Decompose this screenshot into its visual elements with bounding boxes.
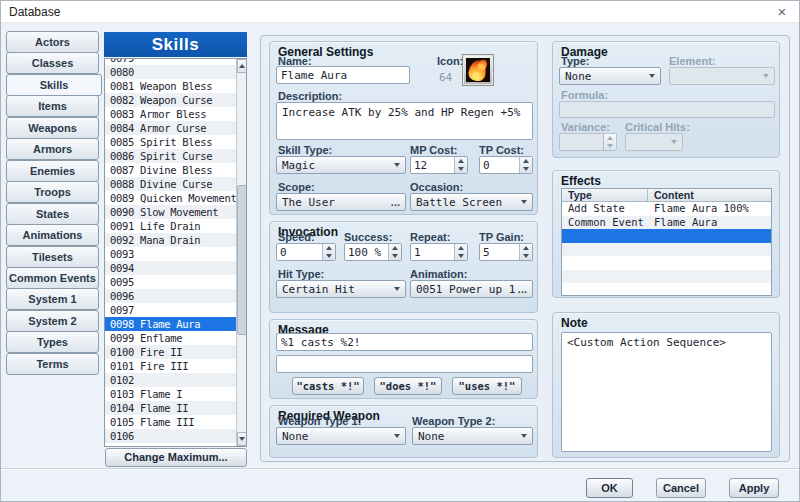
message-line2-input[interactable] — [276, 355, 533, 373]
tab-enemies[interactable]: Enemies — [6, 160, 99, 182]
list-item[interactable]: 0081 Weapon Bless — [105, 79, 236, 93]
scroll-up-button[interactable] — [237, 59, 247, 73]
effects-row[interactable] — [562, 270, 771, 284]
list-item[interactable]: 0107 — [105, 443, 236, 447]
list-item[interactable]: 0090 Slow Movement — [105, 205, 236, 219]
spinner-up-icon[interactable] — [323, 244, 335, 252]
damage-type-dropdown[interactable]: None — [559, 67, 661, 85]
tab-terms[interactable]: Terms — [6, 353, 99, 375]
list-item[interactable]: 0085 Spirit Bless — [105, 135, 236, 149]
icon-picker[interactable] — [462, 54, 494, 86]
list-item[interactable]: 0106 — [105, 429, 236, 443]
list-item[interactable]: 0087 Divine Bless — [105, 163, 236, 177]
hit-type-dropdown[interactable]: Certain Hit — [276, 280, 406, 298]
tab-system-2[interactable]: System 2 — [6, 310, 99, 332]
spinner-down-icon[interactable] — [389, 252, 401, 260]
list-item[interactable]: 0083 Armor Bless — [105, 107, 236, 121]
list-item[interactable]: 0088 Divine Curse — [105, 177, 236, 191]
tab-skills[interactable]: Skills — [6, 74, 102, 96]
list-item[interactable]: 0084 Armor Curse — [105, 121, 236, 135]
cancel-button[interactable]: Cancel — [656, 478, 706, 498]
effects-row[interactable] — [562, 229, 771, 243]
animation-picker[interactable]: 0051 Power up 1... — [410, 280, 533, 298]
close-icon[interactable]: × — [773, 1, 791, 23]
occasion-dropdown[interactable]: Battle Screen — [410, 193, 533, 211]
list-item[interactable]: 0095 — [105, 275, 236, 289]
tab-common-events[interactable]: Common Events — [6, 267, 99, 289]
scrollbar[interactable] — [236, 59, 246, 446]
list-item[interactable]: 0094 — [105, 261, 236, 275]
spinner-up-icon[interactable] — [520, 244, 532, 252]
tab-system-1[interactable]: System 1 — [6, 288, 99, 310]
list-item[interactable]: 0100 Fire II — [105, 345, 236, 359]
tab-types[interactable]: Types — [6, 331, 99, 353]
list-item[interactable]: 0079 — [105, 58, 236, 65]
tab-tilesets[interactable]: Tilesets — [6, 246, 99, 268]
tp-gain-spinner[interactable]: 5 — [479, 243, 533, 261]
tp-cost-spinner[interactable]: 0 — [479, 156, 533, 174]
message-preset-button[interactable]: "uses *!" — [452, 377, 522, 395]
list-item[interactable]: 0092 Mana Drain — [105, 233, 236, 247]
ok-button[interactable]: OK — [586, 478, 633, 498]
effects-table[interactable]: Type Content Add StateFlame Aura 100%Com… — [561, 188, 772, 296]
tab-states[interactable]: States — [6, 203, 99, 225]
spinner-down-icon[interactable] — [520, 165, 532, 173]
name-input[interactable]: Flame Aura — [276, 66, 410, 84]
list-item[interactable]: 0104 Flame II — [105, 401, 236, 415]
skill-type-dropdown[interactable]: Magic — [276, 156, 406, 174]
list-item[interactable]: 0102 — [105, 373, 236, 387]
effects-row[interactable]: Add StateFlame Aura 100% — [562, 202, 771, 216]
spinner-down-icon[interactable] — [455, 165, 467, 173]
list-item[interactable]: 0096 — [105, 289, 236, 303]
spinner-up-icon[interactable] — [455, 157, 467, 165]
spinner-up-icon[interactable] — [455, 244, 467, 252]
message-preset-button[interactable]: "does *!" — [374, 377, 442, 395]
list-item[interactable]: 0103 Flame I — [105, 387, 236, 401]
spinner-down-icon[interactable] — [520, 252, 532, 260]
tab-troops[interactable]: Troops — [6, 181, 99, 203]
note-textarea[interactable]: <Custom Action Sequence> — [561, 332, 772, 452]
message-line1-input[interactable]: %1 casts %2! — [276, 333, 533, 351]
spinner-up-icon[interactable] — [389, 244, 401, 252]
spinner-down-icon[interactable] — [323, 252, 335, 260]
weapon-type2-dropdown[interactable]: None — [412, 427, 533, 445]
skill-list[interactable]: 007900800081 Weapon Bless0082 Weapon Cur… — [104, 58, 247, 447]
weapon-type1-dropdown[interactable]: None — [276, 427, 406, 445]
tab-armors[interactable]: Armors — [6, 138, 99, 160]
dropdown-arrow-icon — [521, 434, 527, 438]
list-item[interactable]: 0089 Quicken Movement — [105, 191, 236, 205]
change-maximum-button[interactable]: Change Maximum... — [105, 448, 247, 467]
message-preset-button[interactable]: "casts *!" — [292, 377, 364, 395]
effects-row[interactable]: Common EventFlame Aura — [562, 216, 771, 230]
list-item[interactable]: 0098 Flame Aura — [105, 317, 236, 331]
tab-actors[interactable]: Actors — [6, 31, 99, 53]
tab-classes[interactable]: Classes — [6, 52, 99, 74]
scroll-down-button[interactable] — [237, 432, 247, 446]
effects-row[interactable] — [562, 283, 771, 296]
scrollbar-thumb[interactable] — [237, 185, 247, 335]
description-input[interactable]: Increase ATK by 25% and HP Regen +5% — [276, 102, 533, 140]
list-item[interactable]: 0099 Enflame — [105, 331, 236, 345]
mp-cost-spinner[interactable]: 12 — [410, 156, 468, 174]
list-item[interactable]: 0093 — [105, 247, 236, 261]
tab-weapons[interactable]: Weapons — [6, 117, 99, 139]
effects-row[interactable] — [562, 243, 771, 257]
list-item[interactable]: 0082 Weapon Curse — [105, 93, 236, 107]
tab-items[interactable]: Items — [6, 95, 99, 117]
list-item[interactable]: 0105 Flame III — [105, 415, 236, 429]
scope-picker[interactable]: The User... — [276, 193, 406, 211]
list-item[interactable]: 0097 — [105, 303, 236, 317]
repeat-spinner[interactable]: 1 — [410, 243, 468, 261]
success-spinner[interactable]: 100 % — [344, 243, 402, 261]
tab-animations[interactable]: Animations — [6, 224, 99, 246]
speed-spinner[interactable]: 0 — [276, 243, 336, 261]
apply-button[interactable]: Apply — [729, 478, 779, 498]
list-item[interactable]: 0080 — [105, 65, 236, 79]
spinner-down-icon[interactable] — [455, 252, 467, 260]
list-item[interactable]: 0086 Spirit Curse — [105, 149, 236, 163]
effects-row[interactable] — [562, 256, 771, 270]
window-title: Database — [9, 1, 60, 23]
list-item[interactable]: 0101 Fire III — [105, 359, 236, 373]
list-item[interactable]: 0091 Life Drain — [105, 219, 236, 233]
spinner-up-icon[interactable] — [520, 157, 532, 165]
